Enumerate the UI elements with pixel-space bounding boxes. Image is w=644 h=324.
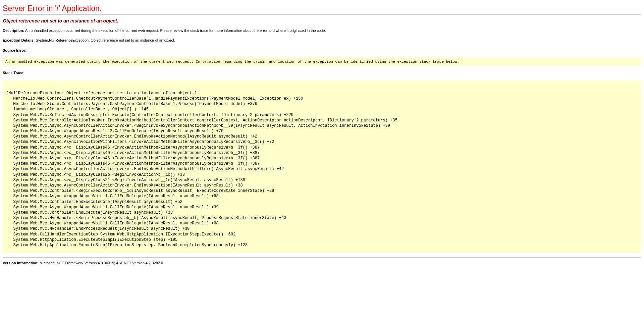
description-text: An unhandled exception occurred during t… <box>24 29 326 33</box>
exception-details-label: Exception Details: <box>3 38 35 42</box>
divider-bottom <box>3 257 641 258</box>
exception-subtitle: Object reference not set to an instance … <box>3 18 641 23</box>
source-error-text: An unhandled exception was generated dur… <box>5 60 459 64</box>
source-error-label-section: Source Error: <box>3 48 641 53</box>
version-info-section: Version Information: Microsoft .NET Fram… <box>3 261 641 265</box>
source-error-box: An unhandled exception was generated dur… <box>3 58 641 66</box>
stack-trace-label-section: Stack Trace: <box>3 70 641 75</box>
version-info-text: Microsoft .NET Framework Version:4.0.303… <box>39 261 163 265</box>
divider <box>3 14 641 15</box>
stack-trace-box: [NullReferenceException: Object referenc… <box>3 80 641 253</box>
description-section: Description: An unhandled exception occu… <box>3 28 641 33</box>
exception-details-text: System.NullReferenceException: Object re… <box>35 38 175 42</box>
source-error-label: Source Error: <box>3 48 26 52</box>
description-label: Description: <box>3 29 24 33</box>
stack-trace-label: Stack Trace: <box>3 71 24 75</box>
error-title: Server Error in '/' Application. <box>3 4 641 13</box>
exception-details-section: Exception Details: System.NullReferenceE… <box>3 38 641 43</box>
version-info-label: Version Information: <box>3 261 39 265</box>
